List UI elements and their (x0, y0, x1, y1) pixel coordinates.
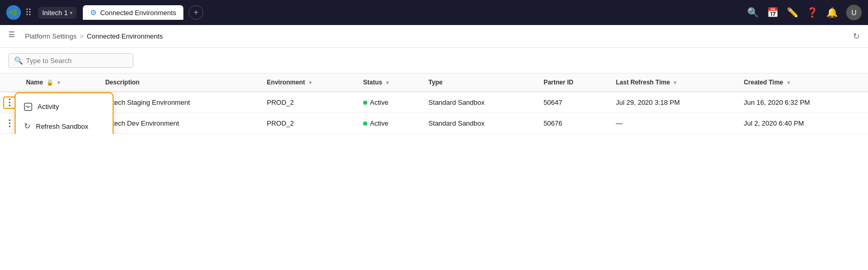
name-col-header[interactable]: Name 🔒 ▾ (19, 73, 98, 92)
table-row: Activity ↻ Refresh Sandbox Initech Stagi… (0, 92, 868, 113)
svg-line-6 (29, 106, 30, 107)
row-description-cell: Initech Dev Environment (98, 113, 259, 134)
partner-id-col-header: Partner ID (536, 73, 609, 92)
row-last-refresh-cell: — (609, 113, 736, 134)
edit-icon[interactable]: ✏️ (787, 7, 798, 18)
row-environment-cell: PROD_2 (259, 92, 356, 113)
name-sort-icon: ▾ (57, 80, 60, 85)
status-active-indicator (363, 101, 367, 105)
connected-environments-tab[interactable]: ⚙ Connected Environments (83, 5, 183, 20)
breadcrumb: Platform Settings > Connected Environmen… (25, 32, 163, 40)
add-tab-button[interactable]: + (189, 5, 203, 20)
sidebar-toggle-icon[interactable]: ☰ (8, 30, 21, 43)
breadcrumb-parent[interactable]: Platform Settings (25, 32, 77, 40)
status-active-indicator (363, 121, 367, 126)
row-status-cell: Active (356, 113, 421, 134)
topnav: 🌿 ⠿ Initech 1 ▾ ⚙ Connected Environments… (0, 0, 868, 25)
created-sort-icon: ▾ (787, 80, 790, 85)
row-partner-id-cell: 50676 (536, 113, 609, 134)
status-col-header[interactable]: Status ▾ (356, 73, 421, 92)
row-created-cell: Jun 16, 2020 6:32 PM (736, 92, 868, 113)
description-col-header: Description (98, 73, 259, 92)
svg-line-5 (28, 106, 29, 108)
type-col-header: Type (421, 73, 536, 92)
row-status-label: Active (370, 119, 388, 127)
environment-sort-icon: ▾ (309, 80, 312, 85)
page-refresh-icon[interactable]: ↻ (853, 31, 860, 41)
search-input[interactable] (26, 57, 128, 65)
search-area: 🔍 (0, 48, 868, 73)
refresh-sandbox-icon: ↻ (24, 121, 31, 131)
row-partner-id-cell: 50647 (536, 92, 609, 113)
help-icon[interactable]: ❓ (807, 7, 818, 18)
row-type-cell: Standard Sandbox (421, 92, 536, 113)
context-menu: Activity ↻ Refresh Sandbox (15, 92, 114, 134)
activity-icon (24, 102, 32, 111)
row-description-cell: Initech Staging Environment (98, 92, 259, 113)
created-col-header[interactable]: Created Time ▾ (736, 73, 868, 92)
context-menu-activity-label: Activity (38, 103, 59, 111)
row-created-cell: Jul 2, 2020 6:40 PM (736, 113, 868, 134)
row-type-cell: Standard Sandbox (421, 113, 536, 134)
search-magnifier-icon: 🔍 (14, 56, 23, 65)
user-avatar[interactable]: U (846, 5, 862, 20)
plus-icon: + (193, 8, 198, 17)
tab-label: Connected Environments (100, 9, 176, 17)
actions-col-header (0, 73, 19, 92)
context-menu-activity[interactable]: Activity (16, 96, 113, 116)
breadcrumb-current: Connected Environments (87, 32, 163, 40)
context-menu-refresh[interactable]: ↻ Refresh Sandbox (16, 116, 113, 134)
row-environment-cell: PROD_2 (259, 113, 356, 134)
last-refresh-col-header[interactable]: Last Refresh Time ▾ (609, 73, 736, 92)
last-refresh-sort-icon: ▾ (674, 80, 676, 85)
table-wrap: Name 🔒 ▾ Description Environment ▾ Statu… (0, 73, 868, 134)
table-header-row: Name 🔒 ▾ Description Environment ▾ Statu… (0, 73, 868, 92)
workspace-switcher[interactable]: Initech 1 ▾ (38, 7, 77, 19)
row-status-cell: Active (356, 92, 421, 113)
breadcrumb-bar: ☰ Platform Settings > Connected Environm… (0, 25, 868, 48)
row-last-refresh-cell: Jul 29, 2020 3:18 PM (609, 92, 736, 113)
row-status-label: Active (370, 99, 388, 106)
environment-col-header[interactable]: Environment ▾ (259, 73, 356, 92)
breadcrumb-separator: > (80, 32, 84, 40)
environments-table: Name 🔒 ▾ Description Environment ▾ Statu… (0, 73, 868, 134)
search-icon[interactable]: 🔍 (747, 7, 759, 18)
row-context-button[interactable] (3, 117, 16, 130)
status-sort-icon: ▾ (386, 80, 389, 85)
calendar-icon[interactable]: 📅 (767, 7, 778, 18)
row-context-button[interactable] (3, 96, 16, 109)
svg-rect-2 (24, 103, 32, 111)
avatar-label: U (851, 8, 857, 17)
workspace-label: Initech 1 (42, 9, 68, 17)
lock-icon: 🔒 (46, 79, 54, 85)
apps-grid-icon[interactable]: ⠿ (25, 7, 32, 18)
row-actions-cell: Activity ↻ Refresh Sandbox (0, 92, 19, 113)
svg-text:🌿: 🌿 (9, 8, 18, 17)
table-row: Initech Dev Environment PROD_2 Active St… (0, 113, 868, 134)
workspace-chevron-icon: ▾ (70, 10, 72, 16)
logo: 🌿 (6, 5, 21, 20)
search-box: 🔍 (8, 53, 133, 68)
context-menu-refresh-label: Refresh Sandbox (36, 122, 88, 130)
notifications-icon[interactable]: 🔔 (826, 7, 838, 18)
settings-icon: ⚙ (90, 8, 97, 17)
